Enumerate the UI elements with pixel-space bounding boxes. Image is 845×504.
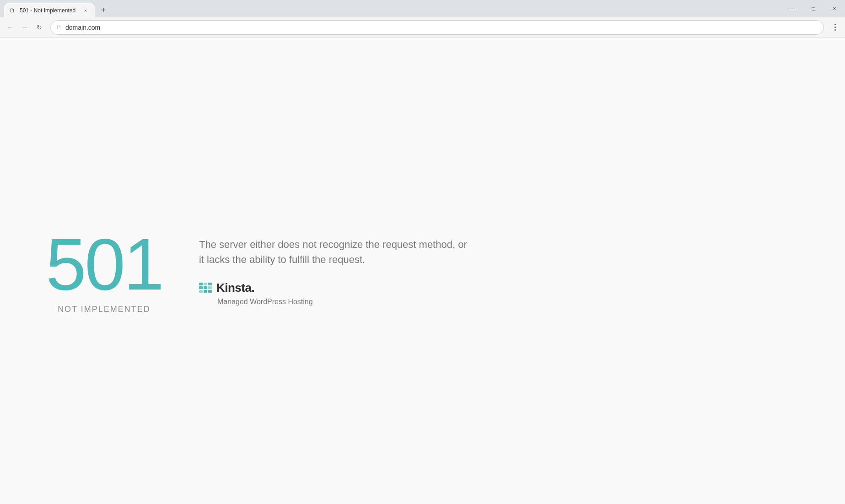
menu-dot-3 (834, 29, 836, 31)
page-content: 501 NOT IMPLEMENTED The server either do… (0, 38, 845, 504)
forward-button[interactable]: → (18, 21, 31, 34)
menu-dot-1 (834, 24, 836, 25)
forward-icon: → (22, 24, 28, 31)
icon-cell (208, 290, 212, 293)
window-controls: — □ × (782, 0, 845, 17)
close-button[interactable]: × (824, 0, 845, 17)
error-container: 501 NOT IMPLEMENTED The server either do… (46, 228, 474, 314)
error-code-section: 501 NOT IMPLEMENTED (46, 228, 162, 314)
icon-cell (204, 283, 207, 285)
menu-dot-2 (834, 27, 836, 28)
tab-title: 501 - Not Implemented (20, 7, 78, 14)
brand-tagline: Managed WordPress Hosting (217, 298, 474, 306)
maximize-button[interactable]: □ (803, 0, 824, 17)
minimize-button[interactable]: — (782, 0, 803, 17)
active-tab[interactable]: 🗋 501 - Not Implemented × (4, 3, 95, 17)
brand-section: Kinsta. Managed WordPress Hosting (199, 281, 474, 306)
page-icon: 🗋 (56, 24, 62, 31)
tab-close-button[interactable]: × (82, 7, 89, 14)
icon-cell (199, 286, 203, 289)
chrome-window: 🗋 501 - Not Implemented × + — □ × ← → ↻ … (0, 0, 845, 504)
icon-cell (204, 290, 207, 293)
browser-toolbar: ← → ↻ 🗋 domain.com (0, 17, 845, 38)
brand-logo: Kinsta. (199, 281, 474, 295)
reload-icon: ↻ (37, 24, 42, 31)
address-text: domain.com (65, 24, 818, 31)
address-bar[interactable]: 🗋 domain.com (50, 20, 824, 35)
icon-cell (208, 286, 212, 289)
icon-cell (199, 290, 203, 293)
back-button[interactable]: ← (4, 21, 16, 34)
title-bar: 🗋 501 - Not Implemented × + — □ × (0, 0, 845, 17)
icon-cell (199, 283, 203, 285)
new-tab-button[interactable]: + (95, 3, 112, 17)
kinsta-icon (199, 283, 213, 293)
error-info-section: The server either does not recognize the… (199, 228, 474, 306)
error-description: The server either does not recognize the… (199, 237, 474, 267)
back-icon: ← (7, 24, 13, 31)
tab-strip: 🗋 501 - Not Implemented × + (0, 0, 112, 17)
icon-cell (208, 283, 212, 285)
icon-cell (204, 286, 207, 289)
chrome-menu-button[interactable] (829, 21, 841, 34)
error-code-text: NOT IMPLEMENTED (58, 305, 151, 314)
tab-favicon: 🗋 (10, 7, 16, 14)
brand-name: Kinsta. (216, 281, 254, 295)
reload-button[interactable]: ↻ (33, 21, 46, 34)
error-number: 501 (46, 228, 162, 301)
